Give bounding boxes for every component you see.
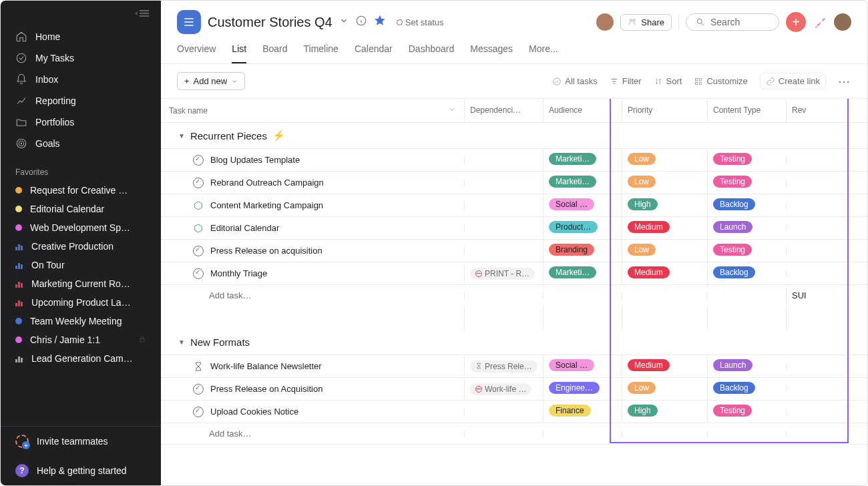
task-row[interactable]: Work-life Balance NewsletterPress Rele…S…: [161, 354, 867, 377]
filter-button[interactable]: Filter: [610, 76, 642, 86]
rev-cell[interactable]: [786, 408, 826, 416]
audience-cell[interactable]: Product…: [543, 217, 622, 239]
tag-pill[interactable]: Backlog: [713, 198, 755, 210]
tag-pill[interactable]: Launch: [713, 359, 752, 371]
celebrate-icon[interactable]: [813, 15, 827, 29]
sort-button[interactable]: Sort: [654, 76, 682, 86]
rev-cell[interactable]: [786, 270, 826, 278]
task-row[interactable]: Press Release on AcquisitionWork-life …E…: [161, 377, 867, 400]
task-name-cell[interactable]: Monthly Triage: [161, 263, 464, 284]
help-button[interactable]: ? Help & getting started: [1, 456, 161, 485]
more-actions-button[interactable]: ⋯: [838, 74, 851, 89]
user-avatar[interactable]: [834, 13, 851, 31]
member-avatar[interactable]: [596, 13, 614, 31]
content-type-cell[interactable]: Testing: [707, 172, 786, 194]
rev-cell[interactable]: [786, 224, 826, 232]
milestone-icon[interactable]: [193, 223, 204, 234]
all-tasks-button[interactable]: All tasks: [552, 76, 597, 86]
milestone-icon[interactable]: [193, 200, 204, 211]
tag-pill[interactable]: Testing: [713, 153, 752, 165]
create-link-button[interactable]: Create link: [760, 73, 826, 89]
dependency-pill[interactable]: Work-life …: [470, 383, 531, 395]
tag-pill[interactable]: Low: [628, 244, 656, 256]
column-audience[interactable]: Audience: [543, 99, 622, 122]
tag-pill[interactable]: Testing: [713, 244, 752, 256]
content-type-cell[interactable]: Launch: [707, 355, 786, 377]
tag-pill[interactable]: Low: [628, 153, 656, 165]
tag-pill[interactable]: Medium: [628, 221, 670, 233]
nav-portfolios[interactable]: Portfolios: [1, 111, 161, 133]
priority-cell[interactable]: Low: [622, 378, 707, 400]
task-row[interactable]: Blog Updates TemplateMarketi…LowTesting: [161, 148, 867, 171]
audience-cell[interactable]: Social …: [543, 355, 622, 377]
task-name-cell[interactable]: Rebrand Outreach Campaign: [161, 172, 464, 194]
info-icon[interactable]: [355, 15, 367, 29]
content-type-cell[interactable]: Launch: [707, 217, 786, 239]
add-task-row[interactable]: Add task…SUI: [161, 284, 867, 306]
task-row[interactable]: Rebrand Outreach CampaignMarketi…LowTest…: [161, 171, 867, 194]
audience-cell[interactable]: Marketi…: [543, 262, 622, 284]
column-priority[interactable]: Priority: [622, 99, 707, 122]
tag-pill[interactable]: Branding: [549, 244, 594, 256]
complete-checkbox[interactable]: [193, 407, 204, 417]
dependency-cell[interactable]: [464, 179, 543, 187]
tag-pill[interactable]: Marketi…: [549, 153, 596, 165]
tab-more[interactable]: More...: [529, 43, 558, 63]
tag-pill[interactable]: High: [628, 198, 658, 210]
tag-pill[interactable]: Marketi…: [549, 266, 596, 278]
tab-messages[interactable]: Messages: [470, 43, 513, 63]
rev-cell[interactable]: [786, 362, 826, 371]
customize-button[interactable]: Customize: [694, 76, 747, 86]
favorite-star-icon[interactable]: [374, 15, 386, 29]
nav-reporting[interactable]: Reporting: [1, 90, 161, 111]
priority-cell[interactable]: Medium: [622, 262, 707, 284]
add-task-row[interactable]: Add task…: [161, 423, 867, 445]
content-type-cell[interactable]: Testing: [707, 149, 786, 171]
audience-cell[interactable]: Enginee…: [543, 378, 622, 400]
tag-pill[interactable]: Enginee…: [549, 382, 600, 394]
priority-cell[interactable]: Low: [622, 149, 707, 171]
dependency-cell[interactable]: [464, 202, 543, 210]
priority-cell[interactable]: Medium: [622, 217, 707, 239]
task-row[interactable]: Monthly TriagePRINT - R…Marketi…MediumBa…: [161, 262, 867, 284]
tab-calendar[interactable]: Calendar: [355, 43, 393, 63]
tag-pill[interactable]: Testing: [713, 405, 752, 417]
column-dependencies[interactable]: Dependenci…: [464, 99, 543, 122]
tab-board[interactable]: Board: [262, 43, 287, 63]
tag-pill[interactable]: Launch: [713, 221, 752, 233]
collapse-icon[interactable]: ▼: [178, 132, 185, 140]
tag-pill[interactable]: Finance: [549, 405, 591, 417]
favorite-item[interactable]: Team Weekly Meeting: [1, 312, 161, 330]
favorite-item[interactable]: Upcoming Product La…: [1, 293, 161, 312]
audience-cell[interactable]: Marketi…: [543, 172, 622, 194]
favorite-item[interactable]: Request for Creative …: [1, 181, 161, 200]
task-row[interactable]: Press Release on acquisitionBrandingLowT…: [161, 239, 867, 262]
nav-goals[interactable]: Goals: [1, 133, 161, 154]
column-rev[interactable]: Rev: [786, 99, 826, 122]
tag-pill[interactable]: Low: [628, 382, 656, 394]
dependency-cell[interactable]: [464, 408, 543, 416]
complete-checkbox[interactable]: [193, 246, 204, 256]
task-name-cell[interactable]: Upload Cookies Notice: [161, 401, 464, 423]
column-task[interactable]: Task name: [161, 99, 464, 122]
audience-cell[interactable]: Marketi…: [543, 149, 622, 171]
priority-cell[interactable]: High: [622, 194, 707, 216]
dependency-pill[interactable]: PRINT - R…: [470, 268, 535, 280]
rev-cell[interactable]: [786, 156, 826, 164]
tab-list[interactable]: List: [232, 43, 246, 63]
task-row[interactable]: Editorial CalendarProduct…MediumLaunch: [161, 216, 867, 239]
priority-cell[interactable]: Low: [622, 240, 707, 262]
tag-pill[interactable]: Testing: [713, 176, 752, 188]
dependency-cell[interactable]: Work-life …: [464, 379, 543, 399]
chevron-down-icon[interactable]: [448, 105, 456, 115]
complete-checkbox[interactable]: [193, 155, 204, 166]
rev-cell[interactable]: [786, 179, 826, 187]
content-type-cell[interactable]: Backlog: [707, 262, 786, 284]
section-header[interactable]: ▼Recurrent Pieces⚡: [161, 123, 867, 148]
search-input[interactable]: Search: [686, 13, 779, 31]
tab-dashboard[interactable]: Dashboard: [409, 43, 455, 63]
favorite-item[interactable]: On Tour: [1, 256, 161, 274]
tag-pill[interactable]: Social …: [549, 359, 594, 371]
column-content-type[interactable]: Content Type: [707, 99, 786, 122]
task-name-cell[interactable]: Work-life Balance Newsletter: [161, 356, 464, 377]
